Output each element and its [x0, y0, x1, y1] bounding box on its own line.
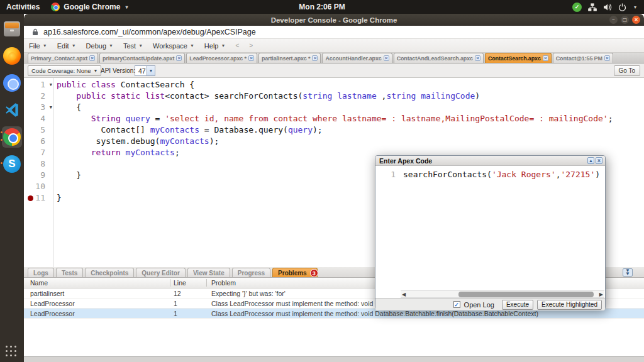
- fold-arrow-icon[interactable]: ▼: [50, 102, 52, 113]
- close-tab-icon[interactable]: ×: [312, 55, 318, 61]
- line-number[interactable]: 1▼: [24, 79, 53, 90]
- open-log-checkbox[interactable]: ✓: [453, 301, 460, 308]
- skype-icon: S: [3, 155, 21, 173]
- dock-firefox[interactable]: [0, 44, 24, 68]
- line-number[interactable]: 10: [24, 181, 53, 192]
- apex-code-input[interactable]: 1 searchForContacts('Jack Rogers','27215…: [375, 166, 605, 290]
- dock-vscode[interactable]: [0, 98, 24, 122]
- execute-button[interactable]: Execute: [502, 300, 533, 310]
- window-titlebar[interactable]: Developer Console - Google Chrome − ▢ ✕: [24, 14, 644, 26]
- menu-edit[interactable]: Edit▼: [52, 39, 81, 52]
- line-number[interactable]: 8: [24, 158, 53, 170]
- close-tab-icon[interactable]: ×: [475, 55, 480, 61]
- dock-chromium[interactable]: [0, 71, 24, 95]
- file-tab[interactable]: Contact@1:55 PM×: [553, 53, 613, 63]
- menu-help[interactable]: Help▼: [199, 39, 231, 52]
- status-indicator-icon[interactable]: ✓: [572, 3, 582, 12]
- app-menu[interactable]: Google Chrome ▾: [51, 3, 128, 11]
- line-number[interactable]: 5: [24, 124, 53, 136]
- line-number[interactable]: 3▼: [24, 102, 53, 113]
- files-icon: [4, 21, 20, 36]
- breakpoint-icon[interactable]: [28, 195, 33, 201]
- nav-forward[interactable]: >: [244, 42, 258, 49]
- minimize-button[interactable]: −: [609, 16, 618, 24]
- activities-button[interactable]: Activities: [6, 3, 40, 11]
- close-tab-icon[interactable]: ×: [384, 55, 389, 61]
- close-tab-icon[interactable]: ×: [248, 55, 254, 61]
- running-dot: [1, 139, 3, 141]
- column-problem[interactable]: Problem: [211, 279, 236, 287]
- problem-line: 12: [174, 290, 181, 297]
- column-line[interactable]: Line: [174, 279, 186, 287]
- panel-tab-tests[interactable]: Tests: [56, 268, 83, 277]
- window-title: Developer Console - Google Chrome: [271, 16, 397, 24]
- power-icon[interactable]: [618, 3, 626, 11]
- chevron-down-icon: ▼: [190, 43, 194, 48]
- menu-debug[interactable]: Debug▼: [81, 39, 118, 52]
- maximize-button[interactable]: ▢: [621, 16, 629, 24]
- fold-arrow-icon[interactable]: ▼: [50, 79, 52, 90]
- editor-gutter: 1▼23▼4567891011: [24, 79, 53, 204]
- network-icon[interactable]: [588, 3, 597, 11]
- close-dialog-button[interactable]: ✕: [596, 157, 602, 164]
- file-tab[interactable]: Primary_Contact.apxt×: [28, 53, 98, 63]
- chevron-down-icon: ▾: [125, 4, 128, 10]
- nav-back[interactable]: <: [230, 42, 244, 49]
- close-tab-icon[interactable]: ×: [604, 55, 610, 61]
- app-grid-icon[interactable]: [6, 346, 18, 358]
- panel-tab-checkpoints[interactable]: Checkpoints: [85, 268, 134, 277]
- close-tab-icon[interactable]: ×: [543, 55, 548, 61]
- collapse-dialog-button[interactable]: ▲: [587, 157, 594, 164]
- line-number[interactable]: 6: [24, 136, 53, 147]
- menu-test[interactable]: Test▼: [118, 39, 148, 52]
- close-tab-icon[interactable]: ×: [176, 55, 182, 61]
- column-name[interactable]: Name: [30, 279, 48, 287]
- code-coverage-button[interactable]: Code Coverage: None▼: [28, 65, 101, 76]
- execute-highlighted-button[interactable]: Execute Highlighted: [537, 300, 602, 310]
- line-number[interactable]: 4: [24, 113, 53, 124]
- file-tab[interactable]: LeadProcessor.apxc *×: [186, 53, 257, 63]
- collapse-panel-button[interactable]: ▼▼: [623, 268, 633, 277]
- dock-skype[interactable]: S: [0, 152, 24, 176]
- panel-tab-progress[interactable]: Progress: [232, 268, 270, 277]
- file-tab[interactable]: AccountHandler.apxc×: [322, 53, 392, 63]
- chromium-icon: [3, 74, 21, 92]
- close-tab-icon[interactable]: ×: [89, 55, 95, 61]
- close-button[interactable]: ✕: [632, 16, 640, 24]
- panel-tab-view-state[interactable]: View State: [187, 268, 230, 277]
- line-number[interactable]: 7: [24, 147, 53, 158]
- panel-tab-query-editor[interactable]: Query Editor: [136, 268, 186, 277]
- editor-tab-strip: Primary_Contact.apxt×primaryContactUpdat…: [24, 53, 644, 63]
- go-to-button[interactable]: Go To: [614, 65, 641, 76]
- file-tab[interactable]: primaryContactUpdate.apxt×: [99, 53, 185, 63]
- open-log-label: Open Log: [464, 301, 494, 309]
- scroll-right-icon[interactable]: ▶: [599, 291, 603, 298]
- horizontal-scrollbar[interactable]: ◀ ▶: [401, 290, 604, 298]
- dock-chrome[interactable]: [0, 125, 24, 149]
- problem-name: LeadProcessor: [30, 310, 75, 317]
- volume-icon[interactable]: [603, 3, 612, 11]
- file-tab[interactable]: partialinsert.apxc *×: [258, 53, 321, 63]
- chevron-down-icon: ▼: [147, 66, 155, 75]
- chevron-down-icon[interactable]: ▾: [634, 4, 636, 10]
- file-tab[interactable]: ContactAndLeadSearch.apxc×: [394, 53, 484, 63]
- menu-file[interactable]: File▼: [24, 39, 52, 52]
- line-number[interactable]: 2: [24, 90, 53, 102]
- dialog-footer: ✓ Open Log Execute Execute Highlighted: [375, 298, 605, 310]
- api-version-select[interactable]: 47▼: [135, 65, 155, 76]
- ubuntu-top-bar: Activities Google Chrome ▾ Mon 2:06 PM ✓…: [0, 0, 644, 14]
- panel-tab-problems[interactable]: Problems3: [272, 268, 318, 277]
- dialog-title: Enter Apex Code: [379, 157, 432, 165]
- file-tab[interactable]: ContactSearch.apxc×: [485, 53, 552, 63]
- scroll-left-icon[interactable]: ◀: [402, 291, 406, 298]
- menu-workspace[interactable]: Workspace▼: [148, 39, 199, 52]
- lock-icon: [32, 28, 38, 36]
- firefox-icon: [3, 47, 21, 65]
- scrollbar-thumb[interactable]: [458, 292, 594, 297]
- dock-files[interactable]: [0, 17, 24, 41]
- dialog-titlebar[interactable]: Enter Apex Code ▲ ✕: [375, 156, 605, 166]
- line-number[interactable]: 11: [24, 192, 53, 204]
- panel-tab-logs[interactable]: Logs: [28, 268, 54, 277]
- url-bar[interactable]: ap16.salesforce.com/_ui/common/apex/debu…: [24, 26, 644, 39]
- line-number[interactable]: 9: [24, 170, 53, 181]
